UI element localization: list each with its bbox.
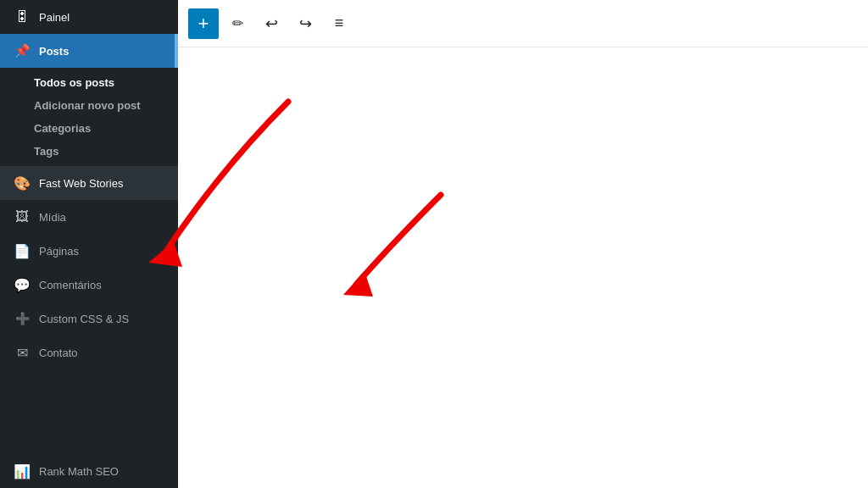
sidebar-item-paginas-label: Páginas [39,245,79,258]
main-content: + ✏ ↩ ↪ ≡ [178,0,868,488]
editor-content [178,47,868,488]
contato-icon: ✉ [14,344,31,361]
sidebar-item-painel[interactable]: 🎛 Painel [0,0,178,34]
pencil-icon: ✏ [232,15,243,31]
fast-web-stories-icon: 🎨 [14,175,31,191]
sidebar-item-rank-math-seo-label: Rank Math SEO [39,465,119,478]
sidebar-item-fast-web-stories-label: Fast Web Stories [39,177,123,190]
sidebar-item-painel-label: Painel [39,11,70,24]
tools-button[interactable]: ✏ [222,8,253,39]
midia-icon: 🖼 [14,208,31,225]
sidebar-item-midia-label: Mídia [39,211,66,224]
sidebar-posts-label: Posts [39,45,69,58]
posts-icon: 📌 [14,42,31,59]
list-icon: ≡ [335,14,344,32]
undo-button[interactable]: ↩ [256,8,287,39]
add-icon: + [198,13,209,35]
posts-submenu: Todos os posts Adicionar novo post Categ… [0,68,178,166]
sidebar-item-comentarios-label: Comentários [39,279,102,291]
custom-css-js-icon: ➕ [14,310,31,327]
sidebar-item-contato-label: Contato [39,347,78,359]
sidebar-item-custom-css-js-label: Custom CSS & JS [39,313,129,325]
sidebar-adicionar-novo-post[interactable]: Adicionar novo post [0,94,178,117]
add-block-button[interactable]: + [188,8,219,39]
toolbar: + ✏ ↩ ↪ ≡ [178,0,868,47]
sidebar: 🎛 Painel 📌 Posts Todos os posts Adiciona… [0,0,178,488]
sidebar-item-paginas[interactable]: 📄 Páginas [0,234,178,268]
fast-web-stories-wrapper: 🎨 Fast Web Stories Todos os Storys Adici… [0,166,178,200]
comentarios-icon: 💬 [14,276,31,293]
redo-button[interactable]: ↪ [290,8,320,39]
list-view-button[interactable]: ≡ [324,8,354,39]
paginas-icon: 📄 [14,242,31,259]
sidebar-item-custom-css-js[interactable]: ➕ Custom CSS & JS [0,302,178,336]
sidebar-item-contato[interactable]: ✉ Contato [0,336,178,369]
redo-icon: ↪ [299,14,312,33]
sidebar-item-posts[interactable]: 📌 Posts [0,34,178,68]
sidebar-todos-os-posts[interactable]: Todos os posts [0,71,178,94]
sidebar-item-fast-web-stories[interactable]: 🎨 Fast Web Stories [0,166,178,200]
sidebar-tags[interactable]: Tags [0,140,178,163]
sidebar-item-comentarios[interactable]: 💬 Comentários [0,268,178,302]
rank-math-seo-icon: 📊 [14,463,31,480]
painel-icon: 🎛 [14,8,31,25]
undo-icon: ↩ [265,14,278,33]
sidebar-item-midia[interactable]: 🖼 Mídia [0,200,178,234]
sidebar-categorias[interactable]: Categorias [0,117,178,140]
sidebar-item-rank-math-seo[interactable]: 📊 Rank Math SEO [0,454,178,488]
